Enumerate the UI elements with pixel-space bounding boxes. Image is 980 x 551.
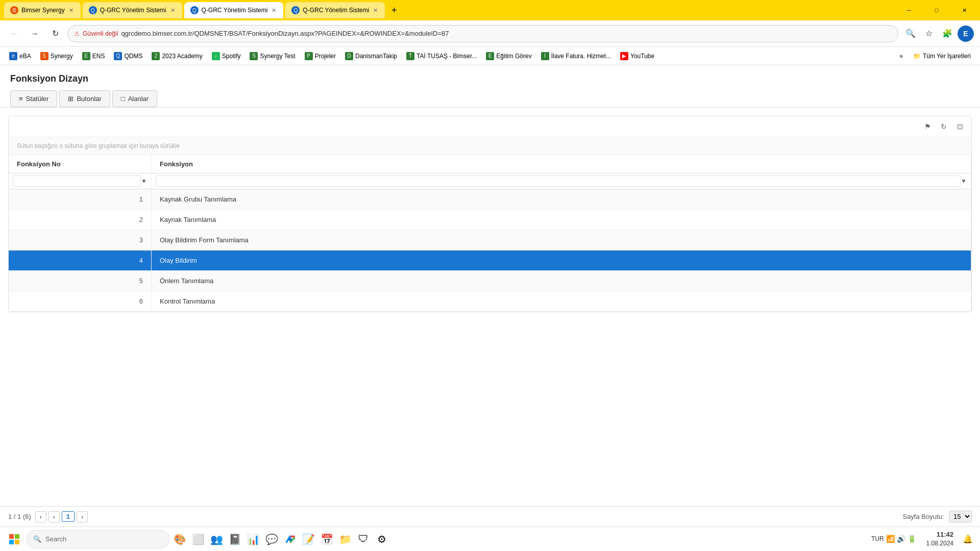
calendar-icon: 📅 (321, 533, 333, 545)
taskbar-app-calendar[interactable]: 📅 (318, 531, 335, 547)
table-row[interactable]: 5 Önlem Tanımlama (9, 271, 971, 291)
cell-no-2: 2 (9, 210, 152, 230)
address-actions: 🔍 ☆ 🧩 E (902, 26, 974, 42)
table-row[interactable]: 2 Kaynak Tanımlama (9, 210, 971, 230)
taskbar-app-onenote[interactable]: 📓 (227, 531, 243, 547)
tab-4-close[interactable]: ✕ (372, 6, 379, 15)
filter-button[interactable]: ⚑ (920, 119, 935, 134)
system-tray[interactable]: TUR 📶 🔊 🔋 (867, 533, 920, 545)
search-placeholder: Search (45, 535, 66, 543)
bookmark-danismantakip-label: DanismanTakip (355, 53, 397, 60)
svg-rect-3 (15, 540, 19, 544)
table-row-selected[interactable]: 4 Olay Bildirim (9, 251, 971, 271)
tab-2[interactable]: Q Q-GRC Yönetim Sistemi ✕ (83, 2, 182, 18)
taskbar-search-box[interactable]: 🔍 Search (27, 530, 169, 548)
current-page: 1 (62, 511, 75, 522)
cell-no-4: 4 (9, 251, 152, 270)
bookmark-eba-icon: e (9, 52, 17, 60)
extensions-btn[interactable]: 🧩 (939, 26, 955, 42)
taskbar-app-shield[interactable]: 🛡 (355, 531, 372, 547)
filter-input-fonksiyon[interactable] (156, 176, 961, 187)
bookmark-egitim-label: Eğitim Görev (496, 53, 531, 60)
bookmarks-more-button[interactable]: » (896, 51, 906, 62)
taskbar-app-settings[interactable]: ⚙ (374, 531, 390, 547)
next-page-button[interactable]: › (77, 511, 88, 522)
bookmark-tai[interactable]: T TAİ TUSAŞ - Bimser... (402, 50, 481, 62)
taskbar-app-teams2[interactable]: 💬 (263, 531, 280, 547)
profile-button[interactable]: E (958, 26, 974, 42)
taskbar-app-chrome[interactable] (282, 531, 298, 547)
minimize-button[interactable]: ─ (897, 2, 921, 18)
taskbar-app-taskview[interactable]: ⬜ (190, 531, 206, 547)
close-button[interactable]: ✕ (952, 2, 976, 18)
tab-1-close[interactable]: ✕ (68, 6, 75, 15)
taskbar-app-files[interactable]: 📁 (337, 531, 353, 547)
tab-alanlar[interactable]: □ Alanlar (112, 90, 157, 107)
url-bar[interactable]: ⚠ Güvenli değil qgrcdemo.bimser.com.tr/Q… (67, 25, 898, 42)
tab-2-close[interactable]: ✕ (169, 6, 176, 15)
clock-time: 11:42 (926, 530, 953, 539)
bookmark-danismantakip[interactable]: D DanismanTakip (341, 50, 401, 62)
bookmark-icon-btn[interactable]: ☆ (921, 26, 937, 42)
new-tab-button[interactable]: + (387, 3, 401, 17)
bookmarks-folder-icon: 📁 (913, 53, 921, 60)
tab-1[interactable]: B Bimser Synergy ✕ (4, 2, 81, 18)
taskbar-app-word[interactable]: 📝 (300, 531, 316, 547)
table-row[interactable]: 3 Olay Bildirim Form Tanımlama (9, 230, 971, 251)
tab-butonlar-label: Butonlar (77, 95, 101, 103)
bookmark-eba[interactable]: e eBA (5, 50, 35, 62)
title-bar: B Bimser Synergy ✕ Q Q-GRC Yönetim Siste… (0, 0, 980, 20)
tab-statusler[interactable]: ≡ Statüler (10, 90, 57, 107)
bookmark-spotify[interactable]: ♪ Spotify (208, 50, 245, 62)
bookmark-qdms[interactable]: Q QDMS (110, 50, 146, 62)
filter-btn-fonksiyon[interactable]: ▼ (961, 178, 967, 185)
tab-3-close[interactable]: ✕ (271, 6, 277, 15)
bookmark-egitim[interactable]: E Eğitim Görev (482, 50, 535, 62)
bookmark-youtube[interactable]: ▶ YouTube (616, 50, 658, 62)
tab-4[interactable]: Q Q-GRC Yönetim Sistemi ✕ (285, 2, 385, 18)
tab-1-icon: B (10, 6, 18, 14)
svg-rect-2 (9, 540, 14, 544)
bookmarks-folder[interactable]: 📁 Tüm Yer İşaretleri (909, 51, 975, 62)
refresh-button[interactable]: ↻ (47, 26, 63, 42)
bookmark-2023academy[interactable]: 2 2023 Academy (148, 50, 206, 62)
bookmark-synergy[interactable]: S Synergy (36, 50, 77, 62)
prev-page-button[interactable]: ‹ (48, 511, 60, 522)
search-icon-btn[interactable]: 🔍 (902, 26, 919, 42)
taskbar-app-excel[interactable]: 📊 (245, 531, 261, 547)
bookmark-projeler[interactable]: P Projeler (301, 50, 340, 62)
table-row[interactable]: 6 Kontrol Tanımlama (9, 291, 971, 312)
maximize-button[interactable]: □ (925, 2, 948, 18)
filter-cell-fonksiyon: ▼ (152, 173, 971, 189)
filter-cell-no: ▼ (9, 173, 152, 189)
table-row[interactable]: 1 Kaynak Grubu Tanımlama (9, 189, 971, 210)
first-page-button[interactable]: ‹ (35, 511, 46, 522)
volume-icon: 🔊 (897, 535, 905, 543)
filter-btn-no[interactable]: ▼ (141, 178, 147, 185)
clock[interactable]: 11:42 1.08.2024 (922, 528, 958, 550)
notification-button[interactable]: 🔔 (960, 531, 976, 547)
grid-toolbar: ⚑ ↻ ⊡ (9, 116, 971, 137)
taskbar-app-teams[interactable]: 👥 (208, 531, 225, 547)
filter-input-no[interactable] (13, 176, 141, 187)
shield-icon: 🛡 (358, 533, 369, 545)
back-button[interactable]: ← (6, 26, 22, 42)
taskbar-app-paint[interactable]: 🎨 (172, 531, 188, 547)
tab-2-title: Q-GRC Yönetim Sistemi (100, 7, 166, 14)
bookmark-ilave-icon: İ (541, 52, 549, 60)
security-label: Güvenli değil (83, 30, 118, 37)
bookmarks-folder-label: Tüm Yer İşaretleri (923, 53, 971, 60)
tab-2-icon: Q (89, 6, 97, 14)
bookmark-ilave[interactable]: İ İlave Fatura. Hizmet... (537, 50, 615, 62)
page-size-select[interactable]: 15 (949, 511, 972, 522)
export-button[interactable]: ⊡ (953, 119, 967, 134)
data-grid: ⚑ ↻ ⊡ Sütun başlığını o sütuna göre grup… (8, 116, 972, 312)
tab-3[interactable]: Q Q-GRC Yönetim Sistemi ✕ (184, 2, 284, 18)
tab-3-title: Q-GRC Yönetim Sistemi (202, 7, 268, 14)
bookmark-ens[interactable]: E ENS (78, 50, 109, 62)
forward-button[interactable]: → (27, 26, 43, 42)
start-button[interactable] (4, 529, 24, 549)
tab-butonlar[interactable]: ⊞ Butonlar (59, 90, 110, 107)
refresh-grid-button[interactable]: ↻ (937, 119, 951, 134)
bookmark-synergytest[interactable]: S Synergy Test (246, 50, 299, 62)
